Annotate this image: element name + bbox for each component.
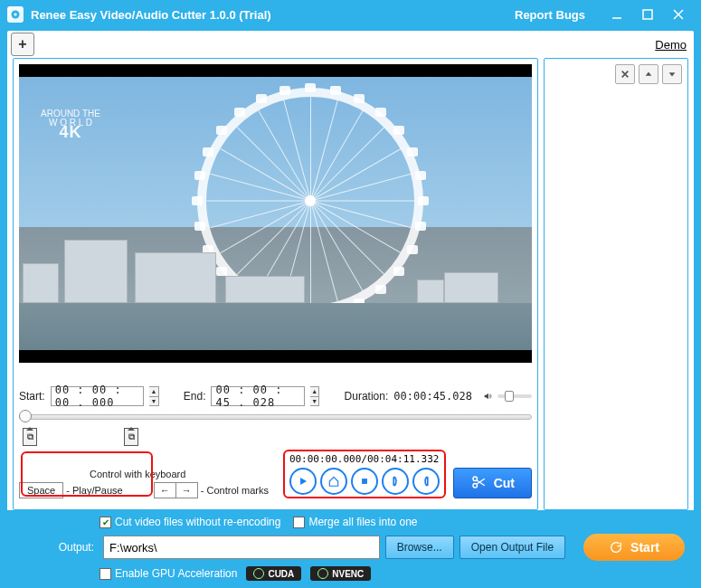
start-time-stepper[interactable]: ▲▼ <box>149 386 158 406</box>
mark-in-handle[interactable]: ⧉ <box>23 428 37 446</box>
play-button[interactable] <box>289 468 317 495</box>
close-button[interactable] <box>663 0 694 29</box>
start-time-input[interactable]: 00 : 00 : 00 . 000 <box>51 386 144 406</box>
maximize-button[interactable] <box>632 0 663 29</box>
output-path-input[interactable] <box>103 536 380 559</box>
keyboard-help: Control with keyboard Space - Play/Pause… <box>19 469 269 498</box>
mark-in-button[interactable] <box>382 468 409 495</box>
video-content-skyline <box>19 249 532 303</box>
duration-label: Duration: <box>345 390 389 403</box>
open-output-button[interactable]: Open Output File <box>459 536 565 559</box>
end-time-stepper[interactable]: ▲▼ <box>310 386 319 406</box>
kbd-space: Space <box>19 482 63 498</box>
timeline-playhead[interactable] <box>19 410 32 422</box>
stop-button[interactable] <box>351 468 378 495</box>
app-icon <box>7 6 24 23</box>
start-label: Start: <box>19 390 45 403</box>
scissors-icon <box>470 474 487 493</box>
cut-button[interactable]: Cut <box>453 468 532 498</box>
video-watermark: AROUND THE W O R L D 4K <box>41 109 100 137</box>
gpu-accel-checkbox[interactable]: Enable GPU Acceleration <box>99 567 237 580</box>
mark-out-button[interactable] <box>412 468 440 495</box>
clips-panel <box>544 58 688 510</box>
minimize-button[interactable] <box>602 0 632 29</box>
clip-remove-button[interactable] <box>615 64 635 84</box>
mark-out-handle[interactable]: ⧉ <box>124 428 138 446</box>
end-time-input[interactable]: 00 : 00 : 45 . 028 <box>211 386 304 406</box>
nvenc-badge: NVENC <box>310 566 371 581</box>
end-label: End: <box>184 390 206 403</box>
start-button[interactable]: Start <box>583 534 685 561</box>
video-panel: AROUND THE W O R L D 4K <box>13 58 538 510</box>
report-bugs-link[interactable]: Report Bugs <box>515 8 585 22</box>
volume-slider[interactable] <box>497 394 532 398</box>
clip-move-down-button[interactable] <box>662 64 682 84</box>
window-title: Renee Easy Video/Audio Cutter 1.0.0 (Tri… <box>31 8 271 22</box>
highlight-playback: 00:00:00.000/00:04:11.332 <box>283 450 446 498</box>
timeline[interactable]: ⧉ ⧉ <box>19 410 532 448</box>
merge-checkbox[interactable]: Merge all files into one <box>293 516 417 528</box>
kbd-arrows: ←→ <box>154 482 198 498</box>
add-file-button[interactable]: + <box>11 33 34 56</box>
playback-timecode: 00:00:00.000/00:04:11.332 <box>289 453 440 465</box>
cuda-badge: CUDA <box>246 566 301 581</box>
browse-button[interactable]: Browse... <box>385 536 454 559</box>
refresh-icon <box>609 540 623 555</box>
home-button[interactable] <box>320 468 347 495</box>
output-label: Output: <box>16 541 94 554</box>
svg-rect-1 <box>643 10 652 19</box>
duration-value: 00:00:45.028 <box>393 390 472 403</box>
volume-icon[interactable] <box>483 389 492 403</box>
no-reencode-checkbox[interactable]: Cut video files without re-encoding <box>99 516 280 528</box>
demo-link[interactable]: Demo <box>655 38 687 52</box>
clip-move-up-button[interactable] <box>639 64 658 84</box>
svg-rect-2 <box>362 479 367 484</box>
video-preview[interactable]: AROUND THE W O R L D 4K <box>19 64 532 363</box>
